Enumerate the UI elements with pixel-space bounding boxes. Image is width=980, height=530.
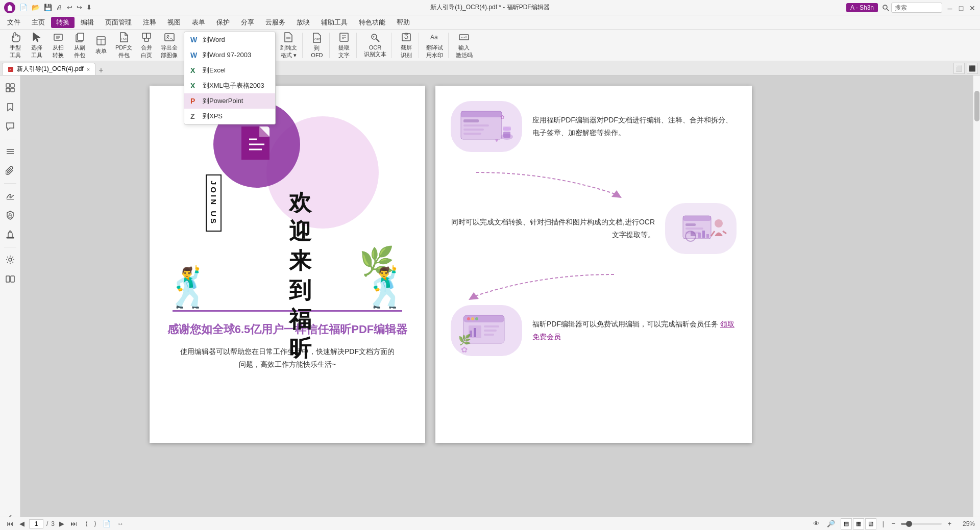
menu-help[interactable]: 帮助 [391,17,415,28]
sidebar-stamp[interactable] [2,226,18,243]
dropdown-excel-label: 到Excel [203,66,226,75]
minimize-btn[interactable]: – [946,4,953,11]
scrollbar-thumb[interactable] [974,91,979,121]
svg-rect-63 [463,119,479,122]
pdf-file-btn[interactable]: PDF PDF文件包 [112,30,135,61]
to-richtext-btn[interactable]: 到纯文格式 ▾ [277,30,300,61]
sidebar-thumbnail[interactable] [2,80,18,96]
scrollbar-track [973,75,980,530]
nav-last-page[interactable]: ⏭ [69,520,79,527]
tab-label: 新人引导(1)_OCR(4).pdf [17,65,84,73]
page-separator: / [46,520,48,527]
proofread-btn[interactable]: Aa 翻译试用水印 [423,30,446,61]
menu-annotation[interactable]: 注释 [138,17,161,28]
menu-view[interactable]: 视图 [162,17,186,28]
from-copy-btn[interactable]: 从副件包 [69,30,90,61]
menu-form[interactable]: 表单 [187,17,210,28]
table-pdf-btn[interactable]: 表单 [91,33,111,57]
quick-access-toolbar: 📄 📂 💾 🖨 ↩ ↪ ⬇ [18,3,93,12]
nav-next[interactable]: ⟩ [92,520,98,527]
svg-text:✾: ✾ [495,138,499,143]
dropdown-to-word[interactable]: W 到Word [184,32,275,47]
nav-next-page[interactable]: ▶ [58,520,66,527]
single-page-view-btn[interactable]: ⬜ [953,63,965,74]
maximize-btn[interactable]: □ [958,4,965,11]
open-btn[interactable]: 📂 [31,3,41,12]
dropdown-to-xml-excel[interactable]: X 到XML电子表格2003 [184,78,275,93]
document-view: JOIN US 欢迎来到福昕 🌿 🕺 🕺 感谢您如全球6.5亿用户一样信任福昕 [150,86,844,443]
menu-protect[interactable]: 保护 [211,17,235,28]
zoom-in-btn[interactable]: + [946,520,953,527]
tab-add-btn[interactable]: + [96,66,105,75]
menu-home[interactable]: 主页 [27,17,50,28]
current-page-input[interactable] [29,519,43,528]
user-label: A - Sh3n [846,3,878,12]
hand-tool-btn[interactable]: 手型工具 [5,30,26,61]
svg-text:PDF: PDF [121,37,128,40]
zoom-out-btn[interactable]: − [890,520,897,527]
sidebar-layers[interactable] [2,143,18,160]
ocr-btn[interactable]: T OCR识别文本 [361,30,389,60]
eye-btn[interactable]: 👁 [812,520,821,527]
sidebar-comment[interactable] [2,118,18,135]
dropdown-to-excel[interactable]: X 到Excel [184,63,275,78]
svg-rect-66 [463,133,481,135]
nav-first-page[interactable]: ⏮ [5,520,15,527]
sidebar-attachment[interactable] [2,163,18,179]
new-btn[interactable]: 📄 [18,3,29,12]
tab-main[interactable]: P 新人引导(1)_OCR(4).pdf × [2,63,95,75]
sidebar-protect[interactable] [2,207,18,223]
sidebar-settings[interactable] [2,251,18,268]
close-btn[interactable]: ✕ [969,4,976,11]
menu-convert[interactable]: 转换 [51,17,75,28]
to-ofd-btn[interactable]: OFD 到OFD [307,30,327,60]
zoom-search-btn[interactable]: 🔎 [825,520,837,527]
arrow-1 [451,167,737,198]
bottom-navigation: ⏮ ◀ / 3 ▶ ⏭ ⟨ ⟩ 📄 ↔ [5,519,125,528]
customize-btn[interactable]: ⬇ [85,3,93,12]
menu-share[interactable]: 分享 [236,17,259,28]
two-page-view-btn[interactable]: ⬛ [967,63,978,74]
toolbar-group-tools: 手型工具 选择工具 从扫转换 从副件包 表单 PDF PDF文件包 合并白页 导 [3,33,183,58]
nav-prev-page[interactable]: ◀ [18,520,26,527]
two-page-btn[interactable]: ▧ [865,518,876,529]
search-input[interactable] [891,3,942,13]
input-activation-btn[interactable]: 输入激活码 [453,30,476,61]
fit-width-btn[interactable]: ↔ [115,520,125,527]
continuous-btn[interactable]: ▦ [853,518,864,529]
undo-btn[interactable]: ↩ [66,3,74,12]
screenshot-btn[interactable]: 截屏识别 [396,30,416,61]
sidebar-compare[interactable] [2,271,18,287]
menu-edit[interactable]: 编辑 [76,17,99,28]
export-all-btn[interactable]: 导出全部图像 [158,30,181,61]
menu-page-mgr[interactable]: 页面管理 [100,17,137,28]
zoom-slider-track[interactable] [901,523,942,525]
toolbar-group-extract: 提取文字 [332,33,357,58]
sidebar-bookmark[interactable] [2,99,18,115]
svg-rect-95 [484,325,499,327]
merge-btn[interactable]: 合并白页 [136,30,157,61]
dropdown-to-word97[interactable]: W 到Word 97-2003 [184,47,275,63]
single-page-btn[interactable]: ▤ [841,518,852,529]
select-tool-btn[interactable]: 选择工具 [27,30,47,61]
menu-present[interactable]: 放映 [291,17,315,28]
nav-prev[interactable]: ⟨ [84,520,89,527]
menu-file[interactable]: 文件 [2,17,26,28]
svg-rect-46 [11,84,14,87]
save-btn[interactable]: 💾 [43,3,53,12]
tab-close-btn[interactable]: × [87,66,90,72]
extract-text-btn[interactable]: 提取文字 [334,30,354,61]
dropdown-to-powerpoint[interactable]: P 到PowerPoint [184,93,275,109]
print-btn[interactable]: 🖨 [55,3,64,12]
svg-rect-85 [706,234,709,238]
menu-special[interactable]: 特色功能 [354,17,390,28]
fit-page-btn[interactable]: 📄 [101,520,112,527]
dropdown-to-xps[interactable]: Z 到XPS [184,109,275,124]
desc-line1: 使用编辑器可以帮助您在日常工作生活中，快速解决PDF文档方面的 [180,347,395,356]
redo-btn[interactable]: ↪ [76,3,83,12]
menu-cloud[interactable]: 云服务 [260,17,290,28]
sidebar-signature[interactable] [2,188,18,204]
zoom-slider-thumb[interactable] [906,521,912,527]
scan-convert-btn[interactable]: 从扫转换 [48,30,68,61]
menu-assist[interactable]: 辅助工具 [316,17,353,28]
